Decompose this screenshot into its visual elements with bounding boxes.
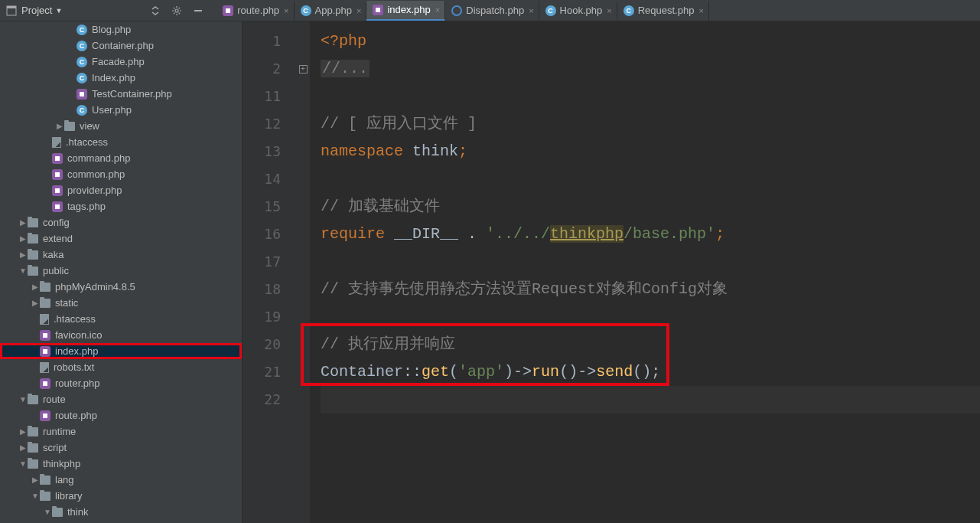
tab-Dispatch-php[interactable]: Dispatch.php×: [445, 2, 539, 20]
close-icon[interactable]: ×: [357, 6, 361, 15]
tab-index-php[interactable]: index.php×: [366, 1, 445, 21]
tree-item[interactable]: ▶static: [0, 295, 242, 311]
tree-item[interactable]: route.php: [0, 407, 242, 423]
project-tree[interactable]: CBlog.phpCContainer.phpCFacade.phpCIndex…: [0, 21, 243, 523]
tabs-bar: route.php×CApp.php×index.php×Dispatch.ph…: [213, 0, 980, 21]
close-icon[interactable]: ×: [284, 6, 288, 15]
tab-Request-php[interactable]: CRequest.php×: [617, 2, 709, 20]
tree-item[interactable]: ▶runtime: [0, 423, 242, 440]
tree-item[interactable]: tags.php: [0, 198, 242, 214]
tree-item[interactable]: CFacade.php: [0, 54, 242, 70]
project-dropdown[interactable]: Project ▼: [0, 5, 68, 16]
tree-item[interactable]: CIndex.php: [0, 70, 242, 86]
tree-item[interactable]: ▶config: [0, 214, 242, 230]
tree-item[interactable]: ▼thinkphp: [0, 456, 242, 472]
expand-fold-icon[interactable]: +: [299, 65, 308, 74]
tree-item[interactable]: TestContainer.php: [0, 86, 242, 102]
tab-route-php[interactable]: route.php×: [217, 2, 294, 20]
tree-item[interactable]: ▼library: [0, 488, 242, 504]
comment: // 支持事先使用静态方法设置Request对象和Config对象: [321, 280, 728, 298]
close-icon[interactable]: ×: [435, 5, 440, 15]
tree-item[interactable]: provider.php: [0, 182, 242, 198]
tree-item[interactable]: ▼route: [0, 391, 242, 407]
tree-item[interactable]: CBlog.php: [0, 21, 242, 38]
tree-item[interactable]: .htaccess: [0, 134, 242, 150]
tree-item[interactable]: ▶extend: [0, 230, 242, 247]
fold-column[interactable]: +: [296, 21, 310, 523]
tree-item[interactable]: common.php: [0, 166, 242, 182]
close-icon[interactable]: ×: [698, 6, 703, 15]
tree-item[interactable]: ▶script: [0, 440, 242, 456]
tree-item[interactable]: router.php: [0, 375, 242, 391]
code-area[interactable]: <?php //... // [ 应用入口文件 ] namespace thin…: [310, 21, 980, 523]
tree-item[interactable]: CUser.php: [0, 102, 242, 118]
collapse-icon[interactable]: [146, 2, 164, 20]
svg-rect-1: [7, 6, 16, 8]
tree-item[interactable]: .htaccess: [0, 311, 242, 327]
editor[interactable]: 12111213141516171819202122 + <?php //...…: [243, 21, 980, 523]
tree-item[interactable]: ▼think: [0, 504, 242, 520]
tree-item[interactable]: ▶lang: [0, 472, 242, 488]
close-icon[interactable]: ×: [607, 6, 611, 15]
comment: // 执行应用并响应: [321, 335, 455, 353]
comment: // 加载基础文件: [321, 198, 440, 215]
thinkphp-link[interactable]: thinkphp: [550, 225, 623, 243]
tree-item[interactable]: ▶kaka: [0, 247, 242, 263]
tree-item[interactable]: index.php: [0, 343, 242, 359]
tab-App-php[interactable]: CApp.php×: [295, 2, 367, 20]
php-open-tag: <?php: [321, 32, 366, 50]
close-icon[interactable]: ×: [529, 6, 533, 15]
minimize-icon[interactable]: [189, 2, 207, 20]
gutter: 12111213141516171819202122: [243, 21, 296, 523]
tree-item[interactable]: CContainer.php: [0, 38, 242, 54]
topbar: Project ▼ route.php×CApp.php×index.php×D…: [0, 0, 980, 21]
comment: // [ 应用入口文件 ]: [321, 115, 477, 132]
gear-icon[interactable]: [168, 2, 186, 20]
tree-item[interactable]: ▶view: [0, 118, 242, 134]
folded-comment[interactable]: //...: [321, 60, 370, 77]
svg-rect-3: [194, 10, 202, 11]
tab-Hook-php[interactable]: CHook.php×: [539, 2, 617, 20]
tree-item[interactable]: robots.txt: [0, 359, 242, 375]
tree-item[interactable]: ▶phpMyAdmin4.8.5: [0, 279, 242, 295]
tree-item[interactable]: command.php: [0, 150, 242, 166]
tree-item[interactable]: ▼public: [0, 263, 242, 279]
tree-item[interactable]: favicon.ico: [0, 327, 242, 343]
svg-point-2: [175, 9, 178, 12]
